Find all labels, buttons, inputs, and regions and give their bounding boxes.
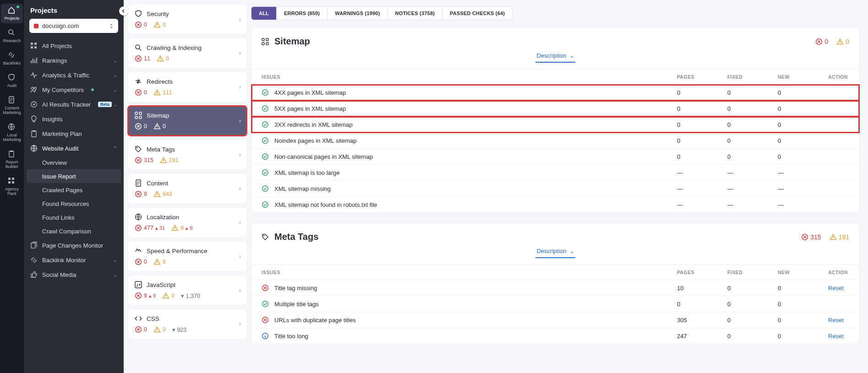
category-css[interactable]: CSS› 0 0▾ 923 <box>128 309 246 339</box>
project-name: docusign.com <box>42 22 79 29</box>
nav-all-projects[interactable]: All Projects <box>24 38 124 53</box>
description-toggle[interactable]: Description⌄ <box>535 245 575 258</box>
col-pages: PAGES <box>667 265 717 280</box>
fixed-value: 0 <box>717 296 768 312</box>
project-selector[interactable]: docusign.com <box>29 19 118 33</box>
category-localization[interactable]: Localization› 477 ▴ 31 8 ▴ 8 <box>128 208 246 237</box>
fixed-value: 0 <box>717 328 768 344</box>
category-sitemap[interactable]: Sitemap› 0 0 <box>128 106 246 135</box>
nav-sub-found-links[interactable]: Found Links <box>24 211 124 224</box>
error-count: 0 <box>135 326 147 333</box>
warn-icon <box>153 258 161 265</box>
category-javascript[interactable]: JavaScript› 9 ▴ 9 0▾ 1,370 <box>128 276 246 305</box>
rail-backlinks[interactable]: Backlinks <box>1 49 23 68</box>
collapse-sidebar-button[interactable] <box>119 6 128 16</box>
nav-sub-crawled-pages[interactable]: Crawled Pages <box>24 183 124 197</box>
new-value: — <box>768 165 818 181</box>
fixed-value: 0 <box>717 85 768 101</box>
issue-row[interactable]: Title tag missing1000Reset <box>251 280 859 296</box>
nav-insights[interactable]: Insights <box>24 112 124 126</box>
err-icon <box>135 21 142 28</box>
nav-rankings[interactable]: Rankings⌄ <box>24 53 124 68</box>
issue-row[interactable]: XML sitemap missing——— <box>251 181 859 197</box>
new-value: 0 <box>768 117 818 133</box>
error-count: 11 <box>135 55 150 62</box>
reset-action[interactable]: Reset <box>828 285 844 292</box>
tab-warnings[interactable]: WARNINGS (1990) <box>328 7 388 20</box>
err-icon <box>135 123 142 130</box>
category-crawling-indexing[interactable]: Crawling & Indexing› 11 0 <box>128 38 246 68</box>
nav-social-media[interactable]: Social Media⌄ <box>24 267 124 282</box>
rail-local-marketing[interactable]: Local Marketing <box>1 120 23 145</box>
svg-point-30 <box>136 147 137 148</box>
rail-content-marketing[interactable]: Content Marketing <box>1 93 23 118</box>
issue-row[interactable]: XML sitemap is too large——— <box>251 165 859 181</box>
warn-icon <box>830 233 837 241</box>
rail-label: Agency Pack <box>1 187 23 196</box>
category-security[interactable]: Security› 0 0 <box>128 5 246 34</box>
nav-marketing-plan[interactable]: Marketing Plan <box>24 126 124 141</box>
grid-icon <box>8 177 15 184</box>
tab-passed[interactable]: PASSED CHECKS (64) <box>442 7 512 20</box>
chevron-down-icon: ⌄ <box>569 248 574 254</box>
nav-sub-issue-report[interactable]: Issue Report <box>27 169 121 183</box>
warning-count: 8 ▴ 8 <box>171 224 192 232</box>
main-content: ALLERRORS (859)WARNINGS (1990)NOTICES (3… <box>251 0 868 373</box>
rail-research[interactable]: Research <box>1 26 23 46</box>
pages-value: 0 <box>667 149 717 165</box>
nav-backlink-monitor[interactable]: Backlink Monitor⌄ <box>24 253 124 267</box>
rail-agency-pack[interactable]: Agency Pack <box>1 174 23 199</box>
issue-row[interactable]: Title too long24700Reset <box>251 328 859 344</box>
nav-my-competitors[interactable]: My Competitors⌄ <box>24 82 124 97</box>
nav-sub-overview[interactable]: Overview <box>24 156 124 169</box>
err-icon <box>135 55 142 62</box>
tag-icon <box>262 233 269 241</box>
category-name: JavaScript <box>147 281 175 288</box>
issue-row[interactable]: Noindex pages in XML sitemap000 <box>251 133 859 149</box>
issue-row[interactable]: 3XX redirects in XML sitemap000 <box>251 117 859 133</box>
category-redirects[interactable]: Redirects› 0 111 <box>128 72 246 102</box>
issue-row[interactable]: 4XX pages in XML sitemap000 <box>251 85 859 101</box>
panel-warning-count: 191 <box>830 233 849 241</box>
warn-icon <box>153 21 161 28</box>
notification-dot <box>91 88 94 91</box>
rail-label: Projects <box>5 16 20 21</box>
tab-notices[interactable]: NOTICES (3758) <box>388 7 443 20</box>
description-toggle[interactable]: Description⌄ <box>535 49 575 63</box>
category-meta-tags[interactable]: Meta Tags› 315 191 <box>128 140 246 169</box>
nav-sub-found-resources[interactable]: Found Resources <box>24 197 124 211</box>
nav-page-changes-monitor[interactable]: Page Changes Monitor <box>24 238 124 253</box>
reset-action[interactable]: Reset <box>828 317 844 324</box>
category-name: Crawling & Indexing <box>147 44 202 51</box>
rail-report-builder[interactable]: Report Builder <box>1 147 23 172</box>
err-icon <box>135 89 142 96</box>
reset-action[interactable]: Reset <box>828 333 844 340</box>
nav-website-audit[interactable]: Website Audit⌃ <box>24 141 124 156</box>
tab-all[interactable]: ALL <box>251 7 277 20</box>
warn-icon <box>836 38 844 45</box>
nav-ai-results-tracker[interactable]: AI Results TrackerBeta⌄ <box>24 97 124 112</box>
chevron-down-icon: ⌄ <box>113 257 117 263</box>
tab-errors[interactable]: ERRORS (859) <box>277 7 328 20</box>
svg-rect-42 <box>262 43 264 45</box>
svg-rect-8 <box>12 181 14 184</box>
pages-value: 247 <box>667 328 717 344</box>
svg-rect-25 <box>135 112 137 114</box>
issue-row[interactable]: URLs with duplicate page titles30500Rese… <box>251 312 859 328</box>
category-content[interactable]: Content› 9 643 <box>128 174 246 203</box>
issue-row[interactable]: Non-canonical pages in XML sitemap000 <box>251 149 859 165</box>
issue-row[interactable]: Multiple title tags000 <box>251 296 859 312</box>
category-speed-performance[interactable]: Speed & Performance› 0 6 <box>128 242 246 271</box>
beta-badge: Beta <box>98 102 112 107</box>
issue-row[interactable]: 5XX pages in XML sitemap000 <box>251 101 859 117</box>
nav-sub-crawl-comparison[interactable]: Crawl Comparison <box>24 224 124 238</box>
rail-audit[interactable]: Audit <box>1 71 23 91</box>
nav-analytics-traffic[interactable]: Analytics & Traffic⌄ <box>24 68 124 82</box>
category-name: Sitemap <box>147 112 169 119</box>
issue-row[interactable]: XML sitemap not found in robots.txt file… <box>251 197 859 213</box>
error-count: 477 ▴ 31 <box>135 224 165 232</box>
col-new: NEW <box>768 70 818 85</box>
pages-value: — <box>667 181 717 197</box>
rail-projects[interactable]: Projects <box>1 4 23 23</box>
pages-value: 0 <box>667 133 717 149</box>
